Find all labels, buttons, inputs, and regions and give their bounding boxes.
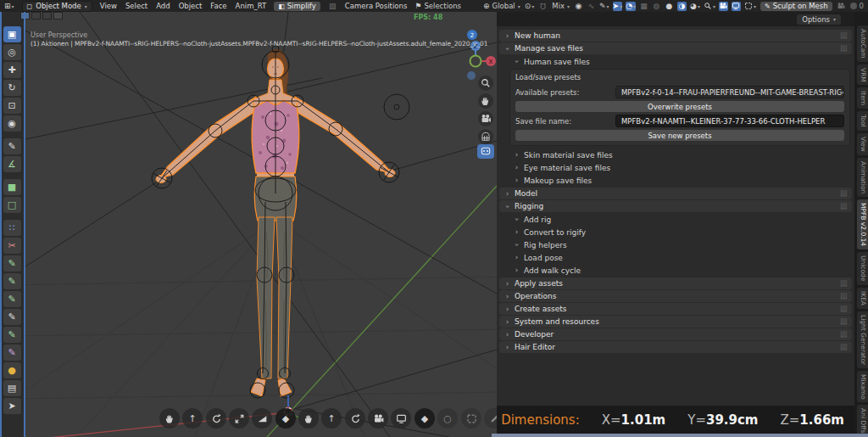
- circle-select-button[interactable]: ○: [437, 408, 458, 429]
- shading-solid-icon[interactable]: ●: [665, 2, 674, 11]
- tool-measure[interactable]: ∡: [3, 156, 21, 172]
- panel-section-convert-to-rigify[interactable]: ›Convert to rigify: [499, 226, 852, 238]
- mini-icon-4[interactable]: [53, 12, 63, 20]
- tool-select-box[interactable]: ▣: [3, 26, 21, 42]
- menu-view[interactable]: View: [100, 2, 117, 10]
- pivot-point-dropdown[interactable]: ⊙▾: [525, 2, 535, 11]
- gizmo-frame-button[interactable]: [477, 144, 494, 159]
- mini-icon-3[interactable]: [42, 12, 52, 20]
- tool-cut[interactable]: ✂: [3, 238, 21, 254]
- move-button[interactable]: ↑: [182, 408, 203, 429]
- save-new-presets-button[interactable]: Save new presets: [515, 130, 844, 141]
- drag-handle-icon[interactable]: ⣿⣿: [840, 190, 847, 197]
- drag-handle-icon[interactable]: ⣿⣿: [840, 32, 847, 39]
- menu-anim-rt[interactable]: Anim_RT: [236, 2, 267, 10]
- snap-mode-dropdown[interactable]: Mix ▾: [552, 2, 570, 10]
- camera-button[interactable]: [368, 408, 388, 429]
- drag-handle-icon[interactable]: ⣿⣿: [840, 344, 847, 350]
- tool-add-cube[interactable]: ■: [3, 179, 21, 195]
- panel-section-manage-save-files[interactable]: ›Manage save files⣿⣿: [499, 42, 852, 54]
- tool-draw[interactable]: ✎: [3, 309, 21, 325]
- tool-move[interactable]: ✚: [3, 62, 21, 78]
- proportional-edit-icon[interactable]: ◉: [574, 2, 583, 11]
- rotate-button-2[interactable]: [345, 408, 365, 429]
- menu-object[interactable]: Object: [179, 2, 203, 10]
- drag-handle-icon[interactable]: ⣿⣿: [840, 203, 847, 210]
- tool-particles[interactable]: ∷: [3, 220, 21, 236]
- sculpt-on-mesh-button[interactable]: ✎ Sculpt on Mesh: [760, 2, 832, 11]
- drag-handle-icon[interactable]: ⣿⣿: [840, 45, 847, 52]
- shading-wireframe-icon[interactable]: ◍: [652, 2, 661, 11]
- tool-camera-view[interactable]: ▤: [3, 380, 21, 396]
- move-button-2[interactable]: ↑: [321, 408, 342, 429]
- panel-section-add-walk-cycle[interactable]: ›Add walk cycle: [499, 264, 852, 277]
- pan-button[interactable]: [159, 408, 180, 429]
- panel-section-new-human[interactable]: ›New human⣿⣿: [499, 30, 852, 42]
- navigation-gizmo[interactable]: 2 Z X: [467, 30, 496, 80]
- panel-section-load-pose[interactable]: ›Load pose: [499, 251, 852, 264]
- menu-camera-positions[interactable]: Camera Positions: [345, 2, 408, 10]
- tool-draw-pin[interactable]: ✎: [3, 255, 21, 272]
- panel-section-hair-editor[interactable]: ›Hair Editor⣿⣿: [499, 341, 852, 353]
- panel-section-developer[interactable]: ›Developer⣿⣿: [499, 328, 852, 340]
- overwrite-presets-button[interactable]: Overwrite presets: [515, 101, 844, 112]
- sidebar-tab-mpfb-v2-0-14[interactable]: MPFB v2.0.14: [857, 199, 868, 249]
- tool-cursor[interactable]: ◎: [3, 44, 21, 60]
- menu-add[interactable]: Add: [156, 2, 170, 10]
- panel-section-makeup-save-files[interactable]: ›Makeup save files: [499, 174, 852, 187]
- ramp-button[interactable]: [252, 408, 272, 429]
- sidebar-tab-light-generator[interactable]: Light Generator: [857, 311, 868, 368]
- tool-annotate[interactable]: ✎: [3, 138, 21, 154]
- pivot-diamond-button-2[interactable]: ◆: [415, 408, 435, 429]
- viewport-3d[interactable]: 2 Z X User Perspective (1) Aktionen | MP…: [25, 12, 497, 437]
- options-dropdown[interactable]: Options ▾: [797, 14, 841, 25]
- available-presets-dropdown[interactable]: MPFBv2-f-0-14--FRAU-PAPIERFREUND--MIT-GA…: [615, 86, 844, 98]
- panel-section-skin-material-save-files[interactable]: ›Skin material save files: [499, 148, 852, 161]
- zoom-button[interactable]: [478, 76, 493, 91]
- sidebar-tab-autocam[interactable]: AutoCam: [857, 25, 868, 62]
- mini-icon-2[interactable]: [31, 12, 41, 20]
- sidebar-tab-view[interactable]: View: [857, 133, 868, 155]
- tool-transform[interactable]: ◉: [3, 115, 21, 132]
- panel-section-rigging[interactable]: ›Rigging⣿⣿: [499, 200, 852, 212]
- shading-material-icon[interactable]: ◑: [677, 2, 687, 11]
- frame-button[interactable]: [461, 408, 481, 429]
- sidebar-tab-ikea[interactable]: IKEA: [857, 288, 868, 309]
- panel-section-system-and-resources[interactable]: ›System and resources⣿⣿: [499, 316, 852, 328]
- search-icon[interactable]: ▾: [704, 2, 715, 11]
- pan-button[interactable]: [478, 93, 493, 109]
- sidebar-tab-ani-offset[interactable]: Ani Offset: [857, 405, 868, 437]
- pan-button-2[interactable]: [298, 408, 319, 429]
- panel-section-create-assets[interactable]: ›Create assets⣿⣿: [499, 303, 852, 315]
- tool-cursor-move[interactable]: ➤: [3, 398, 21, 414]
- simplify-toggle-button[interactable]: ◧ Simplify: [274, 2, 320, 11]
- minus-axis-handle[interactable]: [467, 71, 476, 80]
- panel-section-rig-helpers[interactable]: ›Rig helpers: [499, 238, 852, 251]
- mode-dropdown[interactable]: ◻ Object Mode ▾: [22, 1, 92, 12]
- falloff-curve-icon[interactable]: ∿: [587, 2, 596, 11]
- compositor-icon[interactable]: ▾: [744, 2, 756, 11]
- sidebar-tab-unicode[interactable]: Unicode: [857, 252, 868, 284]
- panel-section-apply-assets[interactable]: ›Apply assets⣿⣿: [499, 277, 852, 289]
- tool-draw-purple[interactable]: ✎: [3, 345, 21, 361]
- tool-rotate[interactable]: ↻: [3, 80, 21, 96]
- panel-section-human-save-files[interactable]: ›Human save files: [499, 55, 852, 68]
- render-camera-icon[interactable]: [719, 2, 728, 11]
- tool-draw-area[interactable]: ✎: [3, 273, 21, 289]
- drag-handle-icon[interactable]: ⣿⣿: [840, 280, 847, 287]
- snap-magnet-icon[interactable]: Ω: [538, 2, 548, 11]
- xray-toggle-icon[interactable]: ▦: [639, 2, 648, 11]
- menu-select[interactable]: Select: [125, 2, 147, 10]
- area-bottom-border[interactable]: [492, 434, 868, 437]
- sidebar-tab-mixamo[interactable]: Mixamo: [857, 371, 868, 402]
- drag-handle-icon[interactable]: ⣿⣿: [840, 318, 847, 325]
- shading-rendered-icon[interactable]: ◕▾: [690, 2, 700, 11]
- orientation-dropdown[interactable]: ⊕ Global ▾: [483, 2, 520, 10]
- sidebar-tab-animation[interactable]: Animation: [857, 158, 868, 197]
- screen-button[interactable]: [391, 408, 411, 429]
- tool-draw-flat[interactable]: ✎: [3, 291, 21, 307]
- panel-section-operations[interactable]: ›Operations⣿⣿: [499, 290, 852, 302]
- disabled-modifier-icon[interactable]: ▧: [328, 2, 337, 11]
- tool-light[interactable]: ●: [3, 362, 21, 378]
- save-file-name-input[interactable]: MPFBv2-f-NAAMTI--KLEINER-37-77-33-66-CLO…: [615, 115, 844, 127]
